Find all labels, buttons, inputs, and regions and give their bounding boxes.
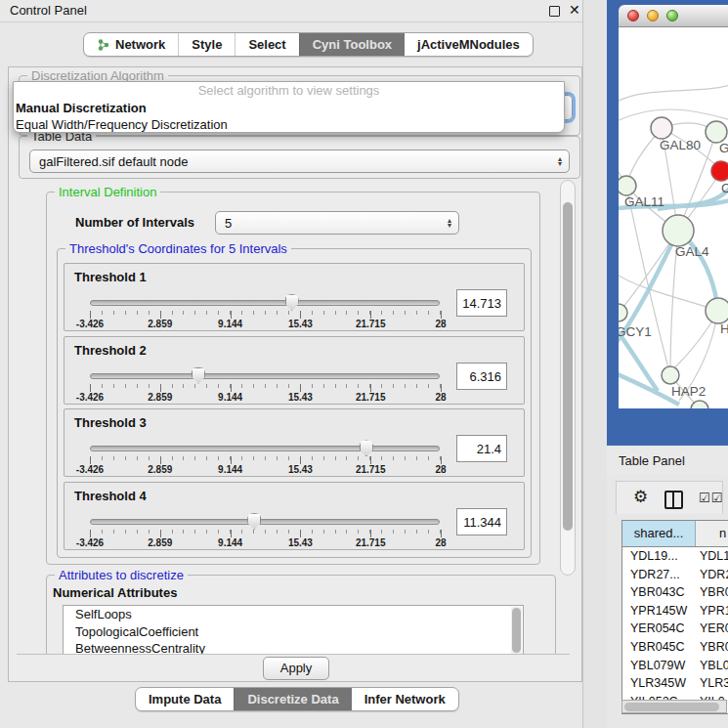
node-hap2[interactable] xyxy=(662,366,679,384)
node-partial-g[interactable] xyxy=(706,121,727,143)
table-row[interactable]: YLR345W YLR3 xyxy=(622,674,728,693)
threshold-value-field[interactable]: 21.4 xyxy=(456,435,507,462)
tab-jactivemnodules[interactable]: jActiveMNodules xyxy=(405,33,533,56)
threshold-value-field[interactable]: 14.713 xyxy=(456,289,507,317)
table-row[interactable]: YDR27... YDR2 xyxy=(622,566,728,584)
tick-label: -3.426 xyxy=(76,319,104,329)
cell-name: YBR0 xyxy=(695,638,728,657)
node-gcy1[interactable] xyxy=(619,304,627,321)
tab-cyni-toolbox[interactable]: Cyni Toolbox xyxy=(299,33,405,56)
numerical-attributes-list[interactable]: SelfLoopsTopologicalCoefficientBetweenne… xyxy=(63,605,524,655)
dropdown-item[interactable]: Equal Width/Frequency Discretization xyxy=(14,116,564,133)
control-panel-titlebar: Control Panel ✕ xyxy=(0,0,582,22)
node-partial-h[interactable] xyxy=(706,298,728,323)
interval-definition-label: Interval Definition xyxy=(55,185,160,199)
bottom-tab-infer-network[interactable]: Infer Network xyxy=(352,688,458,710)
panel-vertical-scrollbar[interactable] xyxy=(560,180,576,576)
node-gal11[interactable] xyxy=(619,176,636,195)
table-row[interactable]: YPR145W YPR1 xyxy=(622,602,728,621)
threshold-title: Threshold 4 xyxy=(74,489,147,503)
table-horizontal-scrollbar[interactable] xyxy=(621,700,727,713)
tab-style[interactable]: Style xyxy=(178,33,235,56)
table-data-combobox[interactable]: galFiltered.sif default node ▴▾ xyxy=(29,150,570,173)
bottom-tab-discretize-data[interactable]: Discretize Data xyxy=(234,688,351,710)
node-table[interactable]: shared... n YDL19... YDL1 YDR27... YDR2 … xyxy=(621,520,728,714)
table-panel-toolbar: ⚙ ☑☑ xyxy=(616,481,723,514)
zoom-traffic-light-icon[interactable] xyxy=(666,10,678,21)
attributes-viewport: Attributes to discretize Numerical Attri… xyxy=(17,561,570,655)
threshold-slider[interactable] xyxy=(90,300,440,307)
table-hscrollbar-thumb[interactable] xyxy=(624,703,719,711)
network-view-window[interactable]: GAL80 G C GAL11 GAL4 H GCY1 HAP2 xyxy=(619,5,728,408)
table-row[interactable]: YBR045C YBR0 xyxy=(622,638,728,657)
node-gal80[interactable] xyxy=(651,117,672,139)
table-panel-titlebar: Table Panel xyxy=(607,446,728,475)
cell-shared-name: YBR045C xyxy=(622,638,695,657)
threshold-value-field[interactable]: 11.344 xyxy=(456,508,507,535)
table-row[interactable]: YBR043C YBR0 xyxy=(622,583,728,602)
slider-minor-ticks xyxy=(90,311,441,319)
panel-scrollbar-thumb[interactable] xyxy=(563,202,573,531)
table-data-group: Table Data galFiltered.sif default node … xyxy=(19,136,580,179)
cell-name: YLR3 xyxy=(695,674,728,693)
cell-name: YDR2 xyxy=(695,566,728,584)
slider-minor-ticks xyxy=(90,530,441,537)
node-label-gal4: GAL4 xyxy=(675,244,709,259)
tick-label: 2.859 xyxy=(148,319,172,329)
threshold-slider[interactable] xyxy=(90,446,440,452)
algorithm-dropdown-popup: Select algorithm to view settingsManual … xyxy=(13,81,565,133)
threshold-slider[interactable] xyxy=(90,519,440,526)
minimize-traffic-light-icon[interactable] xyxy=(647,10,659,21)
tab-network[interactable]: Network xyxy=(84,33,178,56)
tick-label: 15.43 xyxy=(288,537,313,548)
tick-label: 15.43 xyxy=(288,392,313,403)
control-panel-title: Control Panel xyxy=(10,3,87,18)
tick-label: 9.144 xyxy=(218,537,242,548)
number-of-intervals-combobox[interactable]: 5 ▴▾ xyxy=(215,211,459,235)
tick-label: 9.144 xyxy=(218,319,242,329)
close-traffic-light-icon[interactable] xyxy=(627,10,639,21)
cell-shared-name: YER054C xyxy=(622,620,695,638)
table-row[interactable]: YDL19... YDL1 xyxy=(622,547,728,566)
tab-label: Cyni Toolbox xyxy=(313,37,392,52)
apply-button[interactable]: Apply xyxy=(263,657,329,680)
checked-checkboxes-icon[interactable]: ☑☑ xyxy=(699,491,723,505)
tick-label: 21.715 xyxy=(356,392,386,403)
bottom-tab-impute-data[interactable]: Impute Data xyxy=(136,688,234,710)
slider-thumb-icon[interactable] xyxy=(192,367,205,384)
network-graph: GAL80 G C GAL11 GAL4 H GCY1 HAP2 xyxy=(619,27,728,408)
node-gal4[interactable] xyxy=(663,215,694,246)
threshold-panel: Threshold 3 -3.4262.8599.14415.4321.7152… xyxy=(64,408,525,477)
tick-label: -3.426 xyxy=(76,464,104,475)
close-icon[interactable]: ✕ xyxy=(569,2,580,18)
attributes-scrollbar[interactable] xyxy=(511,607,522,655)
threshold-value-field[interactable]: 6.316 xyxy=(456,363,507,390)
network-window-titlebar[interactable] xyxy=(619,5,728,27)
attribute-item[interactable]: BetweennessCentrality xyxy=(64,640,523,655)
dropdown-item[interactable]: Manual Discretization xyxy=(14,100,564,117)
gear-icon[interactable]: ⚙ xyxy=(633,487,648,507)
node-red-selected[interactable] xyxy=(711,161,728,181)
slider-thumb-icon[interactable] xyxy=(360,440,373,456)
cell-name: YBR0 xyxy=(695,583,728,602)
column-header-name[interactable]: n xyxy=(696,521,728,546)
tab-label: Style xyxy=(192,37,222,52)
table-row[interactable]: YBL079W YBL0 xyxy=(622,657,728,675)
attributes-scrollbar-thumb[interactable] xyxy=(512,608,521,653)
tab-select[interactable]: Select xyxy=(235,33,298,56)
table-row[interactable]: YER054C YER0 xyxy=(622,620,728,638)
split-columns-icon[interactable] xyxy=(664,491,683,509)
attribute-item[interactable]: SelfLoops xyxy=(64,606,523,623)
network-canvas[interactable]: GAL80 G C GAL11 GAL4 H GCY1 HAP2 xyxy=(619,27,728,408)
tick-label: 15.43 xyxy=(288,319,313,329)
dropdown-item[interactable]: Select algorithm to view settings xyxy=(14,82,564,100)
slider-thumb-icon[interactable] xyxy=(247,513,261,530)
attribute-item[interactable]: TopologicalCoefficient xyxy=(64,623,523,641)
slider-thumb-icon[interactable] xyxy=(285,294,299,311)
slider-groove xyxy=(90,446,440,451)
interval-definition-group: Interval Definition Number of Intervals … xyxy=(46,192,540,565)
float-window-icon[interactable] xyxy=(549,6,560,17)
slider-groove xyxy=(90,519,440,525)
column-header-shared-name[interactable]: shared... xyxy=(622,521,696,546)
threshold-slider[interactable] xyxy=(90,373,440,380)
